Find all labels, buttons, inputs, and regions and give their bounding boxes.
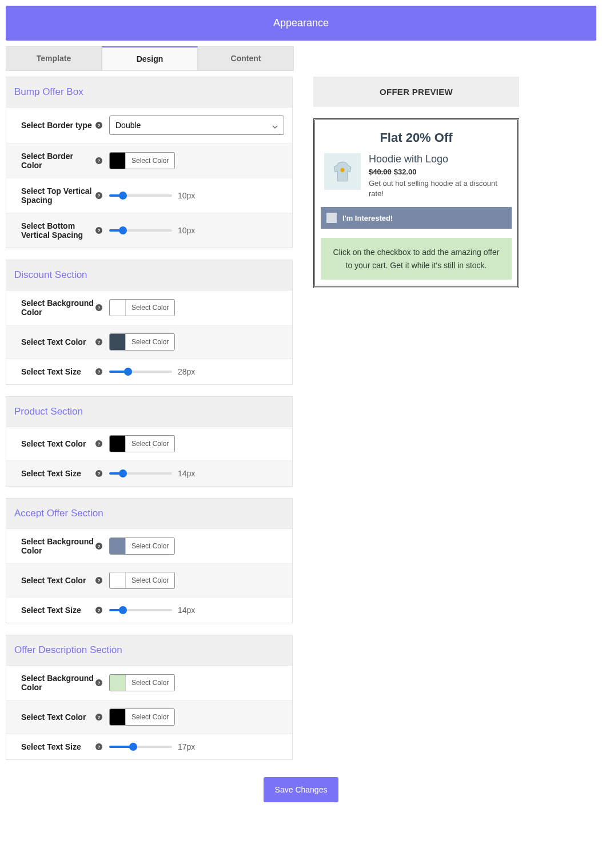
help-icon[interactable]: ? <box>95 304 102 311</box>
accept-text-size-slider[interactable] <box>109 609 172 611</box>
tab-content[interactable]: Content <box>198 46 294 71</box>
row-top-spacing: Select Top Vertical Spacing ? 10px <box>6 178 292 213</box>
label: Select Text Size <box>21 606 95 615</box>
panel-product: Product Section Select Text Color ? Sele… <box>6 396 293 487</box>
offerdesc-text-color-picker[interactable]: Select Color <box>109 708 175 726</box>
slider-thumb[interactable] <box>129 743 137 751</box>
select-color-button[interactable]: Select Color <box>126 710 174 724</box>
product-text-color-picker[interactable]: Select Color <box>109 435 175 452</box>
select-color-button[interactable]: Select Color <box>126 436 174 451</box>
panel-title: Accept Offer Section <box>6 499 292 529</box>
panel-accept-offer: Accept Offer Section Select Background C… <box>6 498 293 623</box>
row-bottom-spacing: Select Bottom Vertical Spacing ? 10px <box>6 213 292 248</box>
help-icon[interactable]: ? <box>95 339 102 345</box>
slider-value: 14px <box>178 606 195 615</box>
row-discount-bg: Select Background Color ? Select Color <box>6 290 292 325</box>
tab-template[interactable]: Template <box>6 46 102 71</box>
label: Select Border type <box>21 121 95 130</box>
discount-text-color-picker[interactable]: Select Color <box>109 333 175 351</box>
slider-thumb[interactable] <box>119 226 127 234</box>
color-swatch <box>110 538 126 554</box>
tab-design[interactable]: Design <box>102 46 198 71</box>
row-offerdesc-bg: Select Background Color ? Select Color <box>6 666 292 700</box>
preview-accept-bar: I'm Interested! <box>321 207 512 229</box>
help-icon[interactable]: ? <box>95 157 102 164</box>
slider-thumb[interactable] <box>124 368 132 376</box>
preview-product-name: Hoodie with Logo <box>369 153 508 165</box>
label: Select Background Color <box>21 537 95 555</box>
panel-title: Offer Description Section <box>6 635 292 666</box>
color-swatch <box>110 572 126 588</box>
bottom-spacing-slider[interactable] <box>109 229 172 232</box>
discount-bg-picker[interactable]: Select Color <box>109 299 175 316</box>
top-spacing-slider[interactable] <box>109 194 172 197</box>
label: Select Text Color <box>21 337 95 347</box>
accept-bg-picker[interactable]: Select Color <box>109 537 175 555</box>
preview-accept-checkbox[interactable] <box>326 213 337 223</box>
help-icon[interactable]: ? <box>95 607 102 614</box>
label: Select Text Size <box>21 742 95 751</box>
help-icon[interactable]: ? <box>95 714 102 720</box>
offerdesc-bg-picker[interactable]: Select Color <box>109 674 175 691</box>
label: Select Text Color <box>21 439 95 448</box>
color-swatch <box>110 675 126 691</box>
label: Select Top Vertical Spacing <box>21 186 95 205</box>
row-product-text-color: Select Text Color ? Select Color <box>6 427 292 461</box>
panel-offer-description: Offer Description Section Select Backgro… <box>6 635 293 760</box>
discount-text-size-slider[interactable] <box>109 371 172 373</box>
tabs: Template Design Content <box>6 46 596 71</box>
row-border-type: Select Border type ? Double <box>6 107 292 144</box>
color-swatch <box>110 436 126 452</box>
select-color-button[interactable]: Select Color <box>126 153 174 168</box>
product-text-size-slider[interactable] <box>109 472 172 475</box>
panel-discount: Discount Section Select Background Color… <box>6 260 293 385</box>
save-changes-button[interactable]: Save Changes <box>264 777 339 802</box>
label: Select Background Color <box>21 298 95 317</box>
appearance-header: Appearance <box>6 6 596 41</box>
color-swatch <box>110 709 126 725</box>
help-icon[interactable]: ? <box>95 192 102 199</box>
row-accept-text-color: Select Text Color ? Select Color <box>6 564 292 598</box>
help-icon[interactable]: ? <box>95 368 102 375</box>
preview-header: OFFER PREVIEW <box>313 77 519 107</box>
select-value: Double <box>115 121 141 130</box>
help-icon[interactable]: ? <box>95 122 102 129</box>
border-type-select[interactable]: Double <box>109 116 284 135</box>
preview-offer-description: Click on the checkbox to add the amazing… <box>321 238 512 280</box>
help-icon[interactable]: ? <box>95 577 102 584</box>
label: Select Text Size <box>21 367 95 376</box>
select-color-button[interactable]: Select Color <box>126 573 174 588</box>
help-icon[interactable]: ? <box>95 743 102 750</box>
row-offerdesc-text-color: Select Text Color ? Select Color <box>6 700 292 734</box>
price-new: $32.00 <box>394 168 417 176</box>
slider-thumb[interactable] <box>119 192 127 200</box>
price-old: $40.00 <box>369 168 392 176</box>
color-swatch <box>110 153 126 169</box>
accept-text-color-picker[interactable]: Select Color <box>109 572 175 589</box>
slider-thumb[interactable] <box>119 606 127 614</box>
preview-accept-text: I'm Interested! <box>342 214 393 222</box>
help-icon[interactable]: ? <box>95 470 102 477</box>
slider-value: 17px <box>178 742 195 751</box>
border-color-picker[interactable]: Select Color <box>109 152 175 169</box>
color-swatch <box>110 300 126 316</box>
slider-value: 28px <box>178 367 195 376</box>
slider-value: 14px <box>178 469 195 478</box>
select-color-button[interactable]: Select Color <box>126 300 174 315</box>
label: Select Text Color <box>21 712 95 722</box>
select-color-button[interactable]: Select Color <box>126 335 174 349</box>
panel-bump-offer: Bump Offer Box Select Border type ? Doub… <box>6 77 293 248</box>
select-color-button[interactable]: Select Color <box>126 539 174 554</box>
preview-price: $40.00$32.00 <box>369 168 508 176</box>
help-icon[interactable]: ? <box>95 679 102 686</box>
label: Select Bottom Vertical Spacing <box>21 221 95 240</box>
slider-thumb[interactable] <box>119 469 127 477</box>
help-icon[interactable]: ? <box>95 543 102 550</box>
offerdesc-text-size-slider[interactable] <box>109 746 172 748</box>
help-icon[interactable]: ? <box>95 440 102 447</box>
slider-value: 10px <box>178 191 195 200</box>
svg-point-0 <box>340 168 344 172</box>
help-icon[interactable]: ? <box>95 227 102 234</box>
select-color-button[interactable]: Select Color <box>126 675 174 690</box>
row-discount-text-color: Select Text Color ? Select Color <box>6 325 292 359</box>
